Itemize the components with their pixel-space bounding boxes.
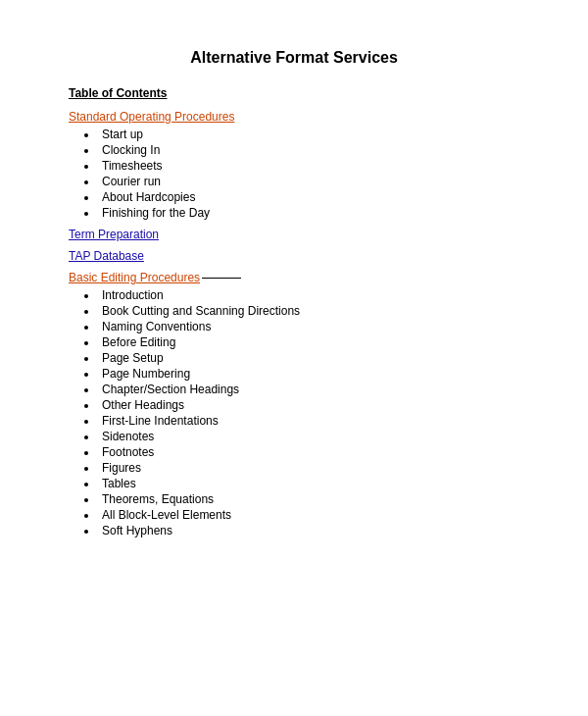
list-item: Book Cutting and Scanning Directions xyxy=(98,304,519,318)
toc-section: Table of Contents xyxy=(69,86,519,100)
list-item: Page Numbering xyxy=(98,367,519,381)
list-item: Footnotes xyxy=(98,445,519,459)
list-item: About Hardcopies xyxy=(98,190,519,204)
list-item: First-Line Indentations xyxy=(98,414,519,428)
list-item: Clocking In xyxy=(98,143,519,157)
tap-database-link[interactable]: TAP Database xyxy=(69,249,519,263)
list-item: Chapter/Section Headings xyxy=(98,383,519,396)
standard-operating-section: Standard Operating Procedures Start up C… xyxy=(69,110,519,220)
basic-editing-link[interactable]: Basic Editing Procedures xyxy=(69,271,200,284)
list-item: Other Headings xyxy=(98,398,519,412)
basic-editing-list: Introduction Book Cutting and Scanning D… xyxy=(98,288,519,537)
document-title: Alternative Format Services xyxy=(69,49,519,67)
list-item: Theorems, Equations xyxy=(98,492,519,506)
list-item: Soft Hyphens xyxy=(98,524,519,537)
standard-operating-list: Start up Clocking In Timesheets Courier … xyxy=(98,128,519,220)
toc-heading: Table of Contents xyxy=(69,86,519,100)
list-item: Start up xyxy=(98,128,519,141)
document: Alternative Format Services Table of Con… xyxy=(49,0,539,716)
list-item: Tables xyxy=(98,477,519,490)
list-item: Timesheets xyxy=(98,159,519,173)
basic-editing-section: Basic Editing Procedures Introduction Bo… xyxy=(69,271,519,537)
list-item: Introduction xyxy=(98,288,519,302)
standard-operating-link[interactable]: Standard Operating Procedures xyxy=(69,110,519,124)
basic-editing-header: Basic Editing Procedures xyxy=(69,271,519,284)
term-preparation-link[interactable]: Term Preparation xyxy=(69,228,519,241)
list-item: Finishing for the Day xyxy=(98,206,519,220)
page-container: Alternative Format Services Table of Con… xyxy=(0,0,588,716)
list-item: Courier run xyxy=(98,175,519,188)
list-item: Page Setup xyxy=(98,351,519,365)
list-item: Before Editing xyxy=(98,335,519,349)
list-item: Naming Conventions xyxy=(98,320,519,333)
tap-database-section: TAP Database xyxy=(69,249,519,263)
list-item: All Block-Level Elements xyxy=(98,508,519,522)
list-item: Figures xyxy=(98,461,519,475)
underline-extension xyxy=(202,278,241,279)
list-item: Sidenotes xyxy=(98,430,519,443)
term-preparation-section: Term Preparation xyxy=(69,228,519,241)
